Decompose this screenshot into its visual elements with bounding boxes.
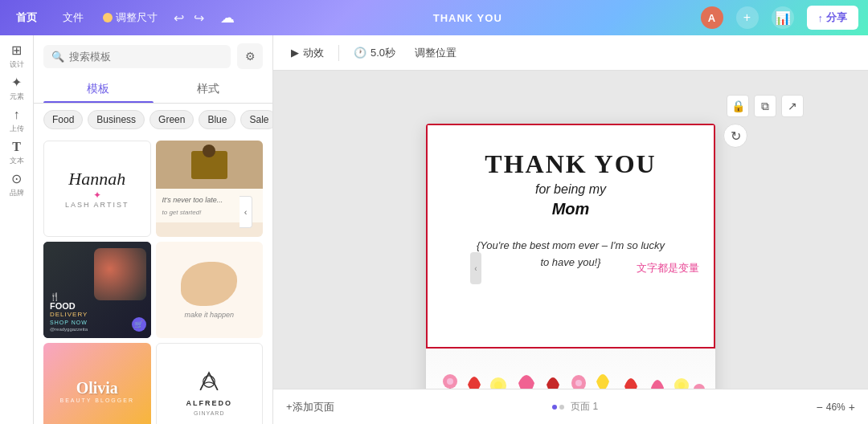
nav-home[interactable]: 首页 [10, 7, 43, 28]
card-title[interactable]: THANK YOU [485, 149, 656, 179]
zoom-control: − 46% + [817, 401, 855, 414]
template-item-hannah[interactable]: Hannah ✦ LASH ARTIST [43, 141, 151, 237]
lock-button[interactable]: 🔒 [727, 95, 749, 117]
template-hannah-star: ✦ [65, 190, 129, 201]
document-title[interactable]: THANK YOU [433, 12, 502, 24]
panel-collapse-button[interactable]: ‹ [240, 196, 252, 228]
tab-style[interactable]: 样式 [154, 75, 264, 103]
refresh-button[interactable]: ↻ [723, 124, 747, 148]
share-button[interactable]: ↑ 分享 [807, 6, 859, 30]
template-item-make-happen[interactable]: make it happen [156, 242, 264, 338]
card-subtitle-bold[interactable]: Mom [552, 200, 590, 218]
canvas-top-controls: 🔒 ⧉ ↗ [727, 95, 804, 117]
template-grid: Hannah ✦ LASH ARTIST It's never too late… [34, 136, 272, 424]
filter-chips: Food Business Green Blue Sale › [34, 104, 272, 136]
redo-button[interactable]: ↪ [190, 9, 207, 27]
card-wrapper: THANK YOU for being my Mom {You're the b… [426, 124, 715, 389]
upload-icon: ↑ [14, 108, 20, 122]
template-item-food-delivery[interactable]: 🍴 FOOD DELIVERY SHOP NOW @readyggazzetta… [43, 242, 151, 338]
template-food-title: FOOD [50, 301, 145, 311]
card-flowers [426, 349, 715, 389]
sidebar-item-elements[interactable]: ✦ 元素 [2, 74, 31, 103]
toolbar-divider-1 [338, 45, 339, 61]
canvas-bottom: +添加页面 页面 1 − 46% + [273, 389, 868, 424]
template-item-alfredo[interactable]: ALFREDO GINYARD [156, 343, 264, 424]
sidebar-item-design[interactable]: ⊞ 设计 [2, 42, 31, 71]
template-alfredo-sub: GINYARD [194, 410, 224, 416]
panel-tabs: 模板 样式 [34, 75, 272, 104]
template-make-happen-text: make it happen [184, 311, 234, 319]
search-input-wrap[interactable]: 🔍 [43, 45, 231, 68]
duplicate-button[interactable]: ⧉ [754, 95, 776, 117]
cloud-sync-icon: ☁ [220, 9, 235, 26]
user-avatar[interactable]: A [701, 6, 723, 29]
sidebar-item-brand[interactable]: ⊙ 品牌 [2, 170, 31, 199]
elements-icon: ✦ [11, 75, 22, 90]
svg-point-3 [447, 378, 453, 385]
card-text-section: THANK YOU for being my Mom {You're the b… [450, 149, 691, 271]
flowers-svg [434, 353, 707, 389]
undo-button[interactable]: ↩ [170, 9, 187, 27]
svg-point-23 [678, 382, 685, 389]
template-hannah-sub: LASH ARTIST [65, 201, 129, 209]
side-handle[interactable]: ‹ [470, 252, 481, 284]
clock-icon: 🕐 [354, 47, 366, 59]
text-icon: T [12, 140, 21, 154]
zoom-level: 46% [826, 402, 845, 413]
template-olivia-name: Olivia [76, 379, 118, 398]
canvas-card-inner: THANK YOU for being my Mom {You're the b… [426, 124, 715, 349]
top-nav: 首页 文件 调整尺寸 ↩ ↪ ☁ THANK YOU A + 📊 ↑ 分享 [0, 0, 868, 35]
position-button[interactable]: 调整位置 [410, 43, 461, 63]
left-panel: 🔍 ⚙ 模板 样式 Food Business Green Blue Sale … [34, 35, 273, 424]
sidebar-item-upload[interactable]: ↑ 上传 [2, 106, 31, 135]
filter-button[interactable]: ⚙ [237, 43, 263, 69]
template-food-subtitle: DELIVERY [50, 311, 145, 318]
brand-icon: ⊙ [11, 171, 22, 186]
nav-resize[interactable]: 调整尺寸 [103, 10, 158, 25]
animation-icon: ▶ [291, 47, 299, 59]
canvas-card[interactable]: THANK YOU for being my Mom {You're the b… [426, 124, 715, 389]
template-item-olivia[interactable]: Olivia BEAUTY BLOGGER [43, 343, 151, 424]
card-subtitle[interactable]: for being my [535, 182, 606, 197]
duration-button[interactable]: 🕐 5.0秒 [349, 43, 400, 63]
nav-file[interactable]: 文件 [56, 7, 90, 28]
canvas-scroll[interactable]: 🔒 ⧉ ↗ THANK YOU for being my Mom {You're… [273, 71, 868, 389]
template-alfredo-name: ALFREDO [186, 399, 233, 407]
search-input[interactable] [69, 51, 223, 63]
template-food-handle: @readyggazzetta [50, 327, 145, 332]
chip-food[interactable]: Food [43, 110, 83, 129]
zoom-out-button[interactable]: − [817, 401, 823, 414]
chip-business[interactable]: Business [88, 110, 145, 129]
svg-point-15 [575, 380, 582, 386]
chip-blue[interactable]: Blue [199, 110, 235, 129]
page-number: 页面 1 [571, 400, 598, 414]
add-collaborator-button[interactable]: + [736, 6, 759, 29]
svg-point-25 [694, 384, 705, 389]
template-hannah-name: Hannah [65, 169, 129, 190]
variable-hint: 文字都是变量 [637, 261, 699, 275]
page-dot-1[interactable] [552, 405, 557, 410]
page-indicator: 页面 1 [552, 400, 598, 414]
animation-button[interactable]: ▶ 动效 [286, 43, 329, 63]
search-bar: 🔍 ⚙ [34, 35, 272, 75]
search-icon: 🔍 [51, 51, 64, 63]
tab-template[interactable]: 模板 [43, 75, 154, 103]
chip-green[interactable]: Green [149, 110, 194, 129]
page-dot-2[interactable] [559, 405, 564, 410]
resize-dot [103, 13, 113, 22]
sidebar-item-text[interactable]: T 文本 [2, 138, 31, 167]
add-page-button[interactable]: +添加页面 [286, 400, 334, 414]
analytics-icon[interactable]: 📊 [772, 6, 794, 29]
chip-sale[interactable]: Sale [240, 110, 272, 129]
design-icon: ⊞ [11, 43, 22, 58]
left-sidebar: ⊞ 设计 ✦ 元素 ↑ 上传 T 文本 ⊙ 品牌 [0, 35, 34, 424]
page-dots [552, 405, 564, 410]
export-button[interactable]: ↗ [781, 95, 804, 117]
template-olivia-sub: BEAUTY BLOGGER [60, 398, 134, 403]
template-food-shop: SHOP NOW [50, 320, 145, 325]
template-alfredo-logo [194, 367, 223, 396]
zoom-in-button[interactable]: + [849, 401, 855, 414]
share-icon: ↑ [818, 12, 824, 24]
main-layout: ⊞ 设计 ✦ 元素 ↑ 上传 T 文本 ⊙ 品牌 🔍 ⚙ [0, 35, 868, 424]
undo-redo-group: ↩ ↪ [170, 9, 207, 27]
